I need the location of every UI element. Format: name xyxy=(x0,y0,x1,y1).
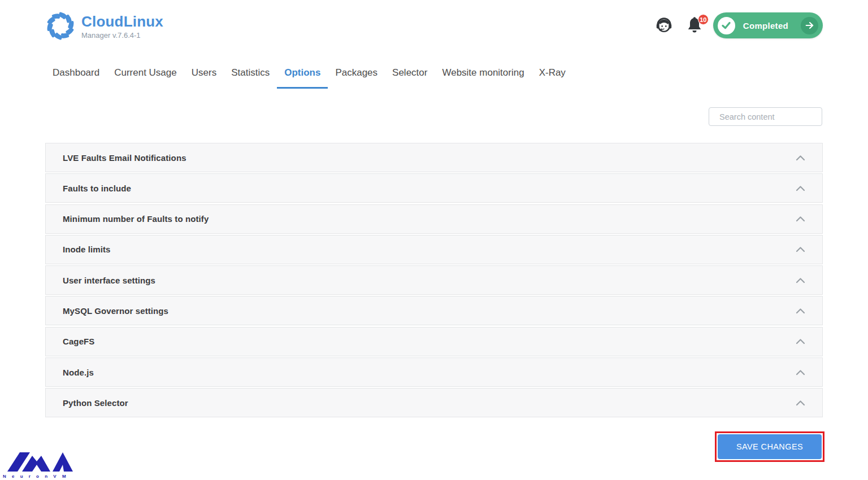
brand: CloudLinux Manager v.7.6.4-1 xyxy=(44,10,163,42)
accordion-row-inode-limits[interactable]: Inode limits xyxy=(45,235,823,264)
accordion-row-lve-faults-email-notifications[interactable]: LVE Faults Email Notifications xyxy=(45,143,823,172)
tab-statistics[interactable]: Statistics xyxy=(224,64,277,89)
check-circle-icon xyxy=(718,17,735,34)
chevron-up-icon[interactable] xyxy=(796,185,805,191)
notifications-bell-icon[interactable]: 10 xyxy=(686,16,703,34)
accordion-row-label: Python Selector xyxy=(63,398,128,408)
options-accordion: LVE Faults Email Notifications Faults to… xyxy=(45,143,823,419)
accordion-row-label: Faults to include xyxy=(63,184,131,193)
tab-dashboard[interactable]: Dashboard xyxy=(45,64,107,89)
accordion-row-python-selector[interactable]: Python Selector xyxy=(45,388,823,417)
accordion-row-cagefs[interactable]: CageFS xyxy=(45,327,823,356)
search-input[interactable] xyxy=(719,112,825,121)
chevron-up-icon[interactable] xyxy=(796,246,805,252)
status-pill-label: Completed xyxy=(743,21,788,30)
accordion-row-label: Minimum number of Faults to notify xyxy=(63,214,209,224)
watermark-label: N e u r o n V M xyxy=(3,474,82,479)
chevron-up-icon[interactable] xyxy=(796,308,805,314)
chevron-up-icon[interactable] xyxy=(796,155,805,161)
accordion-row-label: CageFS xyxy=(63,337,94,346)
status-pill-completed[interactable]: Completed xyxy=(713,12,823,38)
tab-packages[interactable]: Packages xyxy=(328,64,385,89)
accordion-row-label: Node.js xyxy=(63,368,94,377)
save-changes-button[interactable]: SAVE CHANGES xyxy=(718,434,822,459)
accordion-row-label: LVE Faults Email Notifications xyxy=(63,153,186,163)
chevron-up-icon[interactable] xyxy=(796,277,805,283)
tab-current-usage[interactable]: Current Usage xyxy=(107,64,184,89)
arrow-right-icon[interactable] xyxy=(801,17,818,34)
brand-version: Manager v.7.6.4-1 xyxy=(81,31,163,40)
tab-website-monitoring[interactable]: Website monitoring xyxy=(435,64,531,89)
support-headset-icon[interactable] xyxy=(654,16,674,35)
tab-users[interactable]: Users xyxy=(184,64,224,89)
notifications-count-badge: 10 xyxy=(698,14,709,25)
cloudlinux-logo-icon xyxy=(44,10,77,42)
accordion-row-node-js[interactable]: Node.js xyxy=(45,357,823,387)
chevron-up-icon[interactable] xyxy=(796,369,805,376)
chevron-up-icon[interactable] xyxy=(796,400,805,406)
accordion-row-user-interface-settings[interactable]: User interface settings xyxy=(45,265,823,295)
chevron-up-icon[interactable] xyxy=(796,338,805,344)
accordion-row-label: User interface settings xyxy=(63,276,155,285)
tab-x-ray[interactable]: X-Ray xyxy=(532,64,573,89)
accordion-row-label: MySQL Governor settings xyxy=(63,306,168,316)
save-changes-highlight-box: SAVE CHANGES xyxy=(715,431,824,462)
accordion-row-minimum-number-of-faults-to-notify[interactable]: Minimum number of Faults to notify xyxy=(45,204,823,234)
main-nav: DashboardCurrent UsageUsersStatisticsOpt… xyxy=(45,64,573,89)
tab-selector[interactable]: Selector xyxy=(385,64,435,89)
search-box[interactable] xyxy=(709,107,822,126)
neuronvm-logo-icon xyxy=(3,449,77,473)
accordion-row-label: Inode limits xyxy=(63,245,111,254)
accordion-row-mysql-governor-settings[interactable]: MySQL Governor settings xyxy=(45,296,823,325)
brand-name: CloudLinux xyxy=(81,13,163,30)
tab-options[interactable]: Options xyxy=(277,64,328,89)
neuronvm-watermark: N e u r o n V M xyxy=(3,449,82,479)
accordion-row-faults-to-include[interactable]: Faults to include xyxy=(45,173,823,203)
chevron-up-icon[interactable] xyxy=(796,216,805,222)
